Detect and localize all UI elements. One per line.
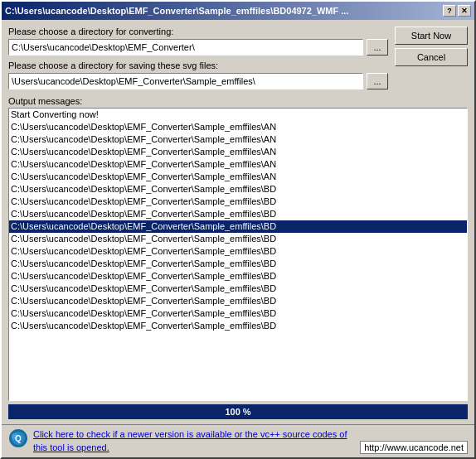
footer-url[interactable]: http://www.ucancode.net (360, 441, 468, 454)
help-button[interactable]: ? (443, 5, 456, 17)
top-left: Please choose a directory for converting… (8, 27, 388, 94)
output-line[interactable]: C:\Users\ucancode\Desktop\EMF_Converter\… (9, 258, 467, 270)
svg-dir-row: ... (8, 73, 388, 89)
output-label: Output messages: (8, 96, 468, 106)
progress-bar-container: 100 % (8, 404, 468, 419)
output-line[interactable]: C:\Users\ucancode\Desktop\EMF_Converter\… (9, 208, 467, 220)
output-line[interactable]: C:\Users\ucancode\Desktop\EMF_Converter\… (9, 121, 467, 133)
output-line[interactable]: C:\Users\ucancode\Desktop\EMF_Converter\… (9, 295, 467, 307)
browse-convert-button[interactable]: ... (367, 39, 388, 56)
svg-dir-input[interactable] (8, 73, 363, 89)
output-line[interactable]: C:\Users\ucancode\Desktop\EMF_Converter\… (9, 270, 467, 283)
output-line[interactable]: C:\Users\ucancode\Desktop\EMF_Converter\… (9, 320, 467, 332)
footer-icon: Q (8, 428, 28, 448)
start-now-button[interactable]: Start Now (395, 27, 468, 45)
output-line[interactable]: C:\Users\ucancode\Desktop\EMF_Converter\… (9, 183, 467, 196)
output-line[interactable]: C:\Users\ucancode\Desktop\EMF_Converter\… (9, 171, 467, 183)
output-line[interactable]: C:\Users\ucancode\Desktop\EMF_Converter\… (9, 245, 467, 258)
progress-text: 100 % (225, 407, 250, 417)
output-line[interactable]: C:\Users\ucancode\Desktop\EMF_Converter\… (9, 307, 467, 320)
browse-svg-button[interactable]: ... (367, 73, 388, 89)
convert-dir-label: Please choose a directory for converting… (8, 27, 388, 36)
title-bar: C:\Users\ucancode\Desktop\EMF_Converter\… (2, 2, 474, 20)
convert-dir-row: ... (8, 39, 388, 56)
svg-text:Q: Q (15, 434, 22, 443)
output-line[interactable]: C:\Users\ucancode\Desktop\EMF_Converter\… (9, 283, 467, 295)
output-line[interactable]: C:\Users\ucancode\Desktop\EMF_Converter\… (9, 233, 467, 245)
cancel-button[interactable]: Cancel (395, 48, 468, 66)
output-line[interactable]: C:\Users\ucancode\Desktop\EMF_Converter\… (9, 133, 467, 146)
main-area: Output messages: Start Converting now!C:… (8, 94, 468, 419)
main-window: C:\Users\ucancode\Desktop\EMF_Converter\… (0, 0, 476, 459)
top-section: Please choose a directory for converting… (8, 27, 468, 94)
title-bar-controls: ? ✕ (443, 5, 471, 17)
output-line[interactable]: C:\Users\ucancode\Desktop\EMF_Converter\… (9, 220, 467, 233)
convert-dir-input[interactable] (8, 39, 363, 56)
footer: Q Click here to check if a newer version… (2, 424, 474, 457)
output-line[interactable]: C:\Users\ucancode\Desktop\EMF_Converter\… (9, 158, 467, 171)
output-box[interactable]: Start Converting now!C:\Users\ucancode\D… (8, 108, 468, 401)
close-button[interactable]: ✕ (458, 5, 471, 17)
top-right: Start Now Cancel (395, 27, 468, 94)
output-line[interactable]: C:\Users\ucancode\Desktop\EMF_Converter\… (9, 196, 467, 208)
content-area: Please choose a directory for converting… (2, 20, 474, 424)
title-bar-text: C:\Users\ucancode\Desktop\EMF_Converter\… (5, 6, 443, 16)
output-line[interactable]: C:\Users\ucancode\Desktop\EMF_Converter\… (9, 146, 467, 158)
output-line[interactable]: Start Converting now! (9, 109, 467, 121)
footer-link[interactable]: Click here to check if a newer version i… (33, 428, 355, 454)
svg-dir-label: Please choose a directory for saving the… (8, 60, 388, 70)
